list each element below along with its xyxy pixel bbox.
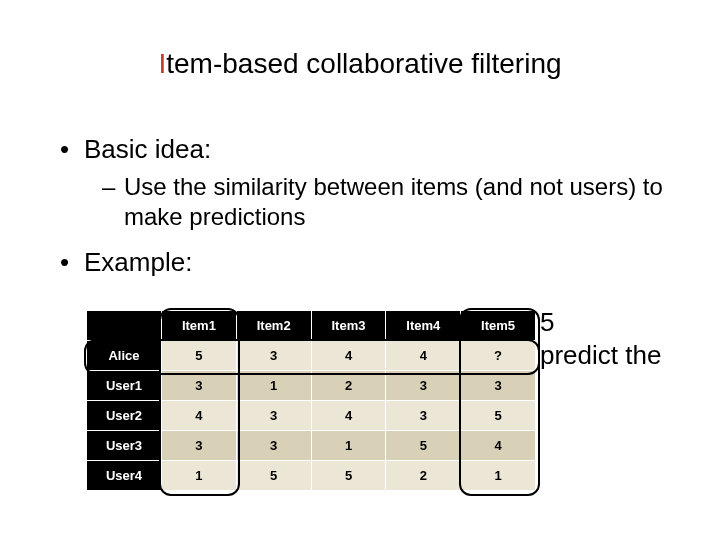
col-header: Item2 — [236, 311, 311, 341]
table-row: User3 3 3 1 5 4 — [87, 431, 536, 461]
cell: 4 — [311, 401, 386, 431]
cell: 4 — [386, 341, 461, 371]
cell: 3 — [236, 431, 311, 461]
cell: 1 — [162, 461, 237, 491]
cell: 1 — [236, 371, 311, 401]
col-header: Item5 — [461, 311, 536, 341]
cell: 3 — [386, 401, 461, 431]
bullet-dot-icon: • — [60, 248, 84, 277]
slide: Item-based collaborative filtering • Bas… — [0, 0, 720, 540]
slide-title: Item-based collaborative filtering — [0, 48, 720, 80]
cell: 3 — [461, 371, 536, 401]
table-row: User1 3 1 2 3 3 — [87, 371, 536, 401]
cell: 4 — [162, 401, 237, 431]
cell: 3 — [162, 371, 237, 401]
row-header: User2 — [87, 401, 162, 431]
ratings-table: Item1 Item2 Item3 Item4 Item5 Alice 5 3 … — [86, 310, 536, 491]
table-header-row: Item1 Item2 Item3 Item4 Item5 — [87, 311, 536, 341]
cell: 4 — [311, 341, 386, 371]
cell: 5 — [162, 341, 237, 371]
bullet-example: • Example: — [60, 248, 690, 277]
content-block: • Basic idea: – Use the similarity betwe… — [60, 135, 690, 284]
cell: 1 — [311, 431, 386, 461]
cell: 3 — [386, 371, 461, 401]
table-row: User2 4 3 4 3 5 — [87, 401, 536, 431]
bullet-dot-icon: • — [60, 135, 84, 164]
col-header: Item3 — [311, 311, 386, 341]
row-header: User3 — [87, 431, 162, 461]
table-row: User4 1 5 5 2 1 — [87, 461, 536, 491]
cell: 5 — [386, 431, 461, 461]
cell: 5 — [311, 461, 386, 491]
cell: 1 — [461, 461, 536, 491]
side-line-1: 5 — [540, 306, 661, 339]
sub-bullet-similarity: – Use the similarity between items (and … — [102, 172, 690, 232]
dash-icon: – — [102, 172, 124, 202]
side-line-2: predict the — [540, 339, 661, 372]
cell: 3 — [162, 431, 237, 461]
title-rest: tem-based collaborative filtering — [166, 48, 561, 79]
table-row: Alice 5 3 4 4 ? — [87, 341, 536, 371]
side-text: 5 predict the — [540, 306, 661, 371]
sub-bullet-text: Use the similarity between items (and no… — [124, 172, 690, 232]
cell: 3 — [236, 401, 311, 431]
row-header: User1 — [87, 371, 162, 401]
cell: 5 — [461, 401, 536, 431]
table-corner — [87, 311, 162, 341]
cell: 2 — [311, 371, 386, 401]
cell: 5 — [236, 461, 311, 491]
ratings-table-wrap: Item1 Item2 Item3 Item4 Item5 Alice 5 3 … — [86, 310, 536, 491]
row-header: User4 — [87, 461, 162, 491]
bullet-text: Example: — [84, 248, 192, 277]
row-header: Alice — [87, 341, 162, 371]
bullet-basic-idea: • Basic idea: — [60, 135, 690, 164]
cell: 4 — [461, 431, 536, 461]
cell: ? — [461, 341, 536, 371]
col-header: Item1 — [162, 311, 237, 341]
cell: 3 — [236, 341, 311, 371]
bullet-text: Basic idea: — [84, 135, 211, 164]
cell: 2 — [386, 461, 461, 491]
col-header: Item4 — [386, 311, 461, 341]
